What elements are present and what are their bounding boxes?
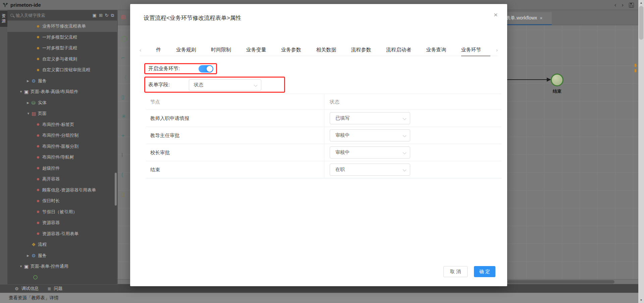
tree-item-label: 一对多模型子流程: [42, 45, 77, 51]
tab-related-data[interactable]: 相关数据: [316, 47, 336, 53]
new-resource-icon[interactable]: ⊞: [99, 13, 103, 18]
column-status: 状态: [324, 94, 501, 110]
tree-item[interactable]: 顾客信息-资源容器引用表单: [7, 185, 117, 196]
resource-dot-icon: [37, 25, 39, 28]
form-field-select[interactable]: 状态: [189, 79, 261, 91]
nav-back-icon[interactable]: ‹: [614, 0, 616, 10]
palette-icon[interactable]: ▯: [121, 94, 131, 113]
tree-item[interactable]: 超级控件: [7, 163, 117, 174]
cancel-button[interactable]: 取 消: [443, 266, 468, 277]
tree-item[interactable]: ▶⚙服务: [7, 250, 117, 261]
ok-button[interactable]: 确 定: [474, 266, 495, 277]
tree-item[interactable]: 自定义参与者规则: [7, 54, 117, 65]
palette-icon[interactable]: ✳: [121, 113, 131, 133]
tab-process-params[interactable]: 流程参数: [351, 47, 371, 53]
debug-info-button[interactable]: ⚙ 调试信息: [15, 286, 39, 292]
caret-icon[interactable]: ▶: [27, 254, 32, 257]
tree-item[interactable]: 布局控件-标签页: [7, 119, 117, 130]
tree-item[interactable]: 资源容器-引用表单: [7, 228, 117, 240]
close-icon[interactable]: ×: [494, 11, 498, 19]
tree-item[interactable]: ▶⚙服务: [7, 76, 117, 87]
overview-marker: [635, 69, 636, 72]
tab-business-stage[interactable]: 业务环节: [461, 47, 481, 53]
tab-close-icon[interactable]: ×: [540, 15, 542, 21]
tree-item[interactable]: 布局控件-面板分割: [7, 141, 117, 152]
search-icon: [10, 14, 13, 17]
tab-business-variables[interactable]: 业务变量: [246, 47, 266, 53]
palette-icon[interactable]: +: [121, 133, 131, 152]
sidebar-scrollbar[interactable]: [115, 173, 117, 206]
service-icon: ⚙: [32, 253, 38, 258]
status-select[interactable]: 在职: [330, 164, 410, 176]
palette-icon[interactable]: ⌐: [121, 55, 131, 74]
tree-item[interactable]: 一对多模型父流程: [7, 32, 117, 43]
scroll-down-icon[interactable]: ▼: [638, 299, 644, 302]
form-tool-icon[interactable]: ▤: [121, 14, 126, 20]
page-vscrollbar[interactable]: ▲ ▼: [638, 0, 644, 303]
tree-item[interactable]: 一对多模型子流程: [7, 43, 117, 54]
status-select[interactable]: 已填写: [330, 112, 410, 124]
collapse-all-icon[interactable]: ⧉: [111, 13, 114, 18]
nav-forward-icon[interactable]: ›: [622, 0, 624, 10]
caret-icon[interactable]: ▼: [19, 90, 24, 93]
app-logo-icon: [3, 2, 8, 8]
palette-icon[interactable]: (: [121, 172, 131, 191]
palette-icon[interactable]: 〈: [121, 74, 131, 94]
caret-icon[interactable]: ▼: [27, 112, 32, 115]
save-icon[interactable]: [629, 3, 634, 8]
dialog-title: 设置流程<业务环节修改流程表单>属性: [144, 14, 241, 22]
hscrollbar-thumb[interactable]: [507, 280, 614, 284]
resource-tree: 业务环节修改流程表单 一对多模型父流程 一对多模型子流程 自定义参与者规则 自定…: [7, 21, 117, 282]
tabs-next-icon[interactable]: ›: [496, 47, 498, 53]
tab-time-limit[interactable]: 时间限制: [211, 47, 231, 53]
vscrollbar-thumb[interactable]: [639, 6, 643, 40]
tree-item[interactable]: 假日时长: [7, 196, 117, 207]
tree-item[interactable]: 布局控件-分组控制: [7, 130, 117, 141]
tree-item[interactable]: ▶⛁实体: [7, 97, 117, 109]
tree-item[interactable]: 自定义窗口按钮审批流程: [7, 64, 117, 76]
caret-icon[interactable]: ▼: [19, 265, 24, 268]
app-title: primeton-ide: [10, 2, 41, 8]
caret-icon[interactable]: ▶: [27, 101, 32, 104]
tree-item[interactable]: 节假日（被引用）: [7, 207, 117, 218]
status-select[interactable]: 审核中: [330, 129, 410, 141]
tree-item[interactable]: ▼▣页面-表单-控件通用: [7, 261, 117, 272]
node-cell: 教师入职申请填报: [146, 110, 324, 127]
locate-file-icon[interactable]: ▣: [93, 13, 97, 18]
tree-item[interactable]: ▼▤页面: [7, 108, 117, 119]
palette-icon[interactable]: ▯: [121, 191, 131, 211]
end-node[interactable]: [551, 74, 564, 86]
status-select[interactable]: 审核中: [330, 146, 410, 159]
refresh-icon[interactable]: ↻: [105, 13, 109, 18]
search-input[interactable]: [16, 13, 93, 18]
tree-item[interactable]: 资源容器: [7, 217, 117, 228]
debug-icon: ⚙: [15, 286, 19, 291]
tab-events[interactable]: 件: [156, 47, 161, 53]
tree-item[interactable]: ❖流程: [7, 239, 117, 250]
status-text: 查看资源「教师表」详情: [9, 295, 59, 301]
tab-business-params[interactable]: 业务参数: [281, 47, 301, 53]
tree-item[interactable]: ▼▣页面-表单-高级/布局组件: [7, 86, 117, 97]
caret-icon[interactable]: ▶: [27, 79, 32, 83]
node-cell: 结束: [146, 161, 324, 178]
tabs-prev-icon[interactable]: ‹: [140, 47, 141, 53]
tab-process-initiator[interactable]: 流程启动者: [386, 47, 411, 53]
problems-button[interactable]: ≣ 问题: [48, 286, 63, 292]
tree-item[interactable]: [7, 272, 117, 283]
tree-item[interactable]: 业务环节修改流程表单: [7, 21, 117, 32]
chevron-down-icon: [403, 117, 407, 120]
tab-business-rules[interactable]: 业务规则: [176, 47, 196, 53]
tree-item-label: 布局控件/导航树: [42, 154, 74, 160]
tab-business-query[interactable]: 业务查询: [426, 47, 446, 53]
editor-tab-label: 表单.workflowx: [506, 15, 537, 21]
tree-item[interactable]: 布局控件/导航树: [7, 152, 117, 163]
process-properties-dialog: 设置流程<业务环节修改流程表单>属性 × ‹ 件 业务规则 时间限制 业务变量 …: [130, 4, 507, 286]
palette-icon[interactable]: ◯: [121, 35, 131, 55]
resources-tab[interactable]: 资源: [0, 11, 7, 27]
palette-icon[interactable]: I: [121, 152, 131, 172]
tree-item[interactable]: 高开容器: [7, 174, 117, 185]
resource-dot-icon: [37, 200, 39, 202]
scroll-up-icon[interactable]: ▲: [638, 1, 644, 4]
tree-item-label: 布局控件-面板分割: [42, 143, 78, 149]
business-stage-toggle[interactable]: [199, 65, 213, 73]
